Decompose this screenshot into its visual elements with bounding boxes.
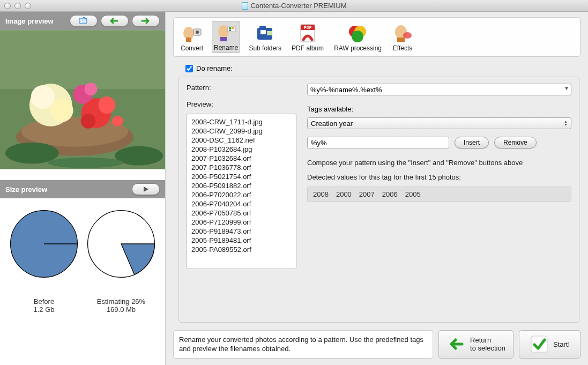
tag-value-input[interactable] bbox=[307, 137, 449, 148]
preview-item: 2008-CRW_2099-d.jpg bbox=[191, 126, 292, 136]
size-preview: Before 1.2 Gb Estimating 26% 169.0 Mb bbox=[0, 198, 165, 324]
svg-point-7 bbox=[50, 99, 73, 122]
raw-icon bbox=[347, 23, 369, 43]
detected-hint: Detected values for this tag for the fir… bbox=[307, 173, 571, 181]
arrow-left-icon bbox=[108, 17, 122, 25]
svg-point-10 bbox=[81, 114, 96, 129]
toolbar-effects-label: Effects bbox=[393, 44, 412, 52]
toolbar-pdfalbum[interactable]: PDF PDF album bbox=[290, 22, 325, 53]
rotate-icon bbox=[78, 17, 90, 25]
next-image-button[interactable] bbox=[132, 15, 160, 27]
size-preview-header: Size preview bbox=[0, 180, 165, 198]
tag-select[interactable]: Creation year ▲▼ bbox=[307, 117, 571, 129]
svg-point-24 bbox=[218, 25, 229, 38]
toolbar: Convert Rename Sub folders PDF PDF album bbox=[173, 17, 580, 57]
prev-image-button[interactable] bbox=[101, 15, 129, 27]
pattern-input[interactable] bbox=[307, 84, 571, 95]
toolbar-effects[interactable]: Effects bbox=[390, 22, 415, 53]
pie-after-label: Estimating 26% bbox=[97, 297, 145, 306]
hint-box: Rename your converted photos according t… bbox=[173, 330, 433, 359]
svg-point-13 bbox=[84, 83, 97, 95]
svg-point-9 bbox=[98, 96, 115, 114]
toolbar-convert[interactable]: Convert bbox=[179, 22, 205, 53]
pie-after-value: 169.0 Mb bbox=[107, 306, 136, 314]
app-doc-icon bbox=[241, 2, 248, 10]
pattern-label: Pattern: bbox=[187, 84, 296, 92]
right-column: Convert Rename Sub folders PDF PDF album bbox=[166, 12, 588, 365]
play-icon bbox=[142, 185, 150, 193]
toolbar-raw[interactable]: RAW processing bbox=[332, 22, 383, 53]
preview-item: 2006-P5091882.orf bbox=[191, 181, 292, 190]
toolbar-convert-label: Convert bbox=[181, 44, 203, 52]
preview-item: 2005-P9189481.orf bbox=[191, 236, 292, 245]
svg-point-42 bbox=[403, 32, 412, 39]
return-button[interactable]: Returnto selection bbox=[438, 330, 513, 359]
arrow-right-icon bbox=[139, 17, 153, 25]
svg-point-23 bbox=[196, 31, 199, 34]
pattern-dropdown-arrow[interactable]: ▼ bbox=[564, 85, 569, 91]
window-minimize-button[interactable] bbox=[14, 3, 21, 9]
detected-value: 2000 bbox=[336, 190, 352, 198]
detected-value: 2008 bbox=[313, 190, 329, 198]
preview-item: 2007-P1032684.orf bbox=[191, 154, 292, 163]
convert-icon bbox=[181, 23, 203, 43]
pie-before-chart bbox=[9, 209, 79, 279]
pie-before-value: 1.2 Gb bbox=[33, 306, 54, 314]
tags-available-label: Tags available: bbox=[307, 105, 571, 113]
play-button[interactable] bbox=[132, 183, 160, 195]
effects-icon bbox=[392, 23, 413, 43]
pdf-icon: PDF bbox=[297, 23, 318, 43]
rotate-button[interactable] bbox=[70, 15, 98, 27]
toolbar-subfolders-label: Sub folders bbox=[249, 44, 281, 52]
detected-value: 2007 bbox=[359, 190, 375, 198]
svg-rect-21 bbox=[186, 38, 191, 42]
preview-item: 2005-PA089552.orf bbox=[191, 245, 292, 254]
stepper-icon: ▲▼ bbox=[564, 120, 568, 126]
svg-rect-41 bbox=[397, 38, 405, 42]
size-preview-label: Size preview bbox=[5, 185, 47, 193]
toolbar-pdfalbum-label: PDF album bbox=[292, 44, 324, 52]
start-button-label: Start! bbox=[553, 340, 570, 349]
do-rename-label: Do rename: bbox=[196, 64, 233, 72]
detected-value: 2005 bbox=[405, 190, 421, 198]
preview-item: 2000-DSC_1162.nef bbox=[191, 136, 292, 145]
start-button[interactable]: Start! bbox=[519, 330, 580, 359]
preview-item: 2006-P5021754.orf bbox=[191, 172, 292, 181]
toolbar-raw-label: RAW processing bbox=[334, 44, 382, 52]
preview-item: 2006-P7020022.orf bbox=[191, 190, 292, 199]
pie-before: Before 1.2 Gb bbox=[9, 209, 79, 314]
window-close-button[interactable] bbox=[4, 3, 11, 9]
toolbar-subfolders[interactable]: Sub folders bbox=[247, 22, 283, 53]
svg-text:PDF: PDF bbox=[304, 26, 312, 29]
left-column: Image preview bbox=[0, 12, 166, 365]
image-preview bbox=[0, 30, 165, 169]
svg-rect-25 bbox=[220, 37, 227, 41]
pie-before-label: Before bbox=[34, 297, 54, 306]
preview-item: 2008-P1032684.jpg bbox=[191, 145, 292, 154]
svg-rect-28 bbox=[232, 27, 234, 29]
do-rename-checkbox[interactable] bbox=[185, 65, 193, 72]
compose-hint: Compose your pattern using the "Insert" … bbox=[307, 158, 571, 168]
svg-rect-33 bbox=[267, 31, 272, 35]
insert-button[interactable]: Insert bbox=[455, 137, 489, 148]
tag-select-value: Creation year bbox=[311, 120, 353, 128]
bottom-bar: Rename your converted photos according t… bbox=[173, 330, 580, 359]
svg-rect-32 bbox=[260, 30, 266, 34]
preview-item: 2006-P7040204.orf bbox=[191, 199, 292, 208]
svg-point-39 bbox=[352, 31, 363, 42]
toolbar-rename[interactable]: Rename bbox=[212, 21, 240, 53]
svg-point-11 bbox=[112, 116, 123, 126]
rename-icon bbox=[215, 23, 237, 43]
preview-item: 2007-P1036778.orf bbox=[191, 163, 292, 172]
svg-point-16 bbox=[48, 158, 123, 168]
window-zoom-button[interactable] bbox=[25, 3, 31, 9]
titlebar: Contenta-Converter PREMIUM bbox=[0, 0, 588, 12]
toolbar-rename-label: Rename bbox=[214, 44, 238, 51]
preview-item: 2006-P7050785.orf bbox=[191, 208, 292, 218]
check-icon bbox=[530, 334, 549, 354]
preview-list: 2008-CRW_1711-d.jpg2008-CRW_2099-d.jpg20… bbox=[187, 114, 296, 269]
preview-item: 2006-P7120999.orf bbox=[191, 218, 292, 227]
do-rename-row: Do rename: bbox=[185, 64, 580, 72]
detected-value: 2006 bbox=[382, 190, 398, 198]
remove-button[interactable]: Remove bbox=[494, 137, 537, 148]
